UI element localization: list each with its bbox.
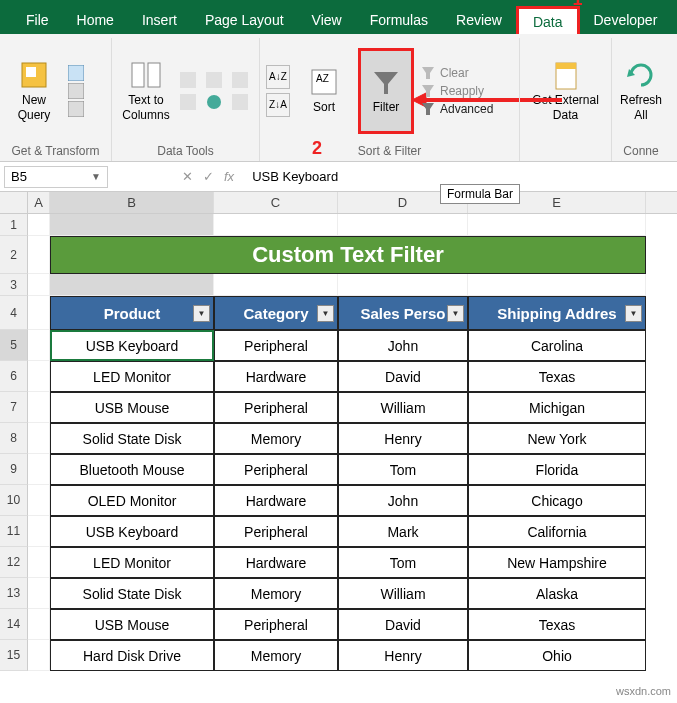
table-cell[interactable]: LED Monitor (50, 361, 214, 392)
title-cell[interactable]: Custom Text Filter (50, 236, 646, 274)
col-header-A[interactable]: A (28, 192, 50, 213)
row-header[interactable]: 8 (0, 423, 28, 454)
table-cell[interactable]: Peripheral (214, 392, 338, 423)
table-cell[interactable]: Texas (468, 361, 646, 392)
table-cell[interactable]: Chicago (468, 485, 646, 516)
tab-view[interactable]: View (298, 6, 356, 34)
filter-dropdown-icon[interactable]: ▼ (625, 305, 642, 322)
table-cell[interactable]: Bluetooth Mouse (50, 454, 214, 485)
advanced-filter-button[interactable]: Advanced (420, 101, 493, 117)
remove-dupes-icon[interactable] (206, 72, 222, 88)
table-cell[interactable]: Hardware (214, 361, 338, 392)
table-cell[interactable]: Peripheral (214, 330, 338, 361)
row-header[interactable]: 9 (0, 454, 28, 485)
table-cell[interactable]: Memory (214, 423, 338, 454)
show-queries-icon[interactable] (68, 65, 84, 81)
consolidate-icon[interactable] (180, 94, 196, 110)
filter-dropdown-icon[interactable]: ▼ (317, 305, 334, 322)
header-category[interactable]: Category▼ (214, 296, 338, 330)
table-cell[interactable]: John (338, 330, 468, 361)
tab-home[interactable]: Home (63, 6, 128, 34)
row-header[interactable]: 12 (0, 547, 28, 578)
recent-sources-icon[interactable] (68, 101, 84, 117)
table-cell[interactable]: Peripheral (214, 609, 338, 640)
clear-filter-button[interactable]: Clear (420, 65, 493, 81)
relationships-icon[interactable] (206, 94, 222, 110)
table-cell[interactable]: Michigan (468, 392, 646, 423)
sort-za-button[interactable]: Z↓A (266, 93, 290, 117)
enter-formula-icon[interactable]: ✓ (203, 169, 214, 184)
row-header[interactable]: 11 (0, 516, 28, 547)
table-cell[interactable]: USB Mouse (50, 609, 214, 640)
table-cell[interactable]: USB Keyboard (50, 516, 214, 547)
table-cell[interactable]: Memory (214, 640, 338, 671)
row-header[interactable]: 3 (0, 274, 28, 296)
table-cell[interactable]: William (338, 578, 468, 609)
table-cell[interactable]: USB Keyboard (50, 330, 214, 361)
table-cell[interactable]: David (338, 361, 468, 392)
tab-developer[interactable]: Developer (580, 6, 672, 34)
row-header[interactable]: 14 (0, 609, 28, 640)
text-to-columns-button[interactable]: Text to Columns (118, 48, 174, 134)
header-salesperson[interactable]: Sales Perso▼ (338, 296, 468, 330)
table-cell[interactable]: New York (468, 423, 646, 454)
table-cell[interactable]: OLED Monitor (50, 485, 214, 516)
row-header[interactable]: 4 (0, 296, 28, 330)
flash-fill-icon[interactable] (180, 72, 196, 88)
table-cell[interactable]: Hard Disk Drive (50, 640, 214, 671)
table-cell[interactable]: Hardware (214, 485, 338, 516)
filter-button[interactable]: Filter (358, 48, 414, 134)
reapply-filter-button[interactable]: Reapply (420, 83, 493, 99)
tab-insert[interactable]: Insert (128, 6, 191, 34)
col-header-C[interactable]: C (214, 192, 338, 213)
table-cell[interactable]: Florida (468, 454, 646, 485)
table-cell[interactable]: David (338, 609, 468, 640)
table-cell[interactable]: Peripheral (214, 454, 338, 485)
header-shipping[interactable]: Shipping Addres▼ (468, 296, 646, 330)
table-cell[interactable]: John (338, 485, 468, 516)
row-header[interactable]: 2 (0, 236, 28, 274)
table-cell[interactable]: Memory (214, 578, 338, 609)
header-product[interactable]: Product▼ (50, 296, 214, 330)
table-cell[interactable]: Henry (338, 423, 468, 454)
table-cell[interactable]: Henry (338, 640, 468, 671)
tab-data[interactable]: Data 1 (516, 6, 580, 34)
new-query-button[interactable]: New Query (6, 48, 62, 134)
row-header[interactable]: 5 (0, 330, 28, 361)
sort-az-button[interactable]: A↓Z (266, 65, 290, 89)
table-cell[interactable]: Solid State Disk (50, 578, 214, 609)
tab-formulas[interactable]: Formulas (356, 6, 442, 34)
row-header[interactable]: 13 (0, 578, 28, 609)
fx-icon[interactable]: fx (224, 169, 234, 184)
table-cell[interactable]: Solid State Disk (50, 423, 214, 454)
manage-model-icon[interactable] (232, 94, 248, 110)
table-cell[interactable]: William (338, 392, 468, 423)
tab-file[interactable]: File (12, 6, 63, 34)
data-validation-icon[interactable] (232, 72, 248, 88)
table-cell[interactable]: Carolina (468, 330, 646, 361)
col-header-B[interactable]: B (50, 192, 214, 213)
table-cell[interactable]: Ohio (468, 640, 646, 671)
table-cell[interactable]: LED Monitor (50, 547, 214, 578)
filter-dropdown-icon[interactable]: ▼ (193, 305, 210, 322)
table-cell[interactable]: Mark (338, 516, 468, 547)
table-cell[interactable]: Peripheral (214, 516, 338, 547)
table-cell[interactable]: Hardware (214, 547, 338, 578)
row-header[interactable]: 1 (0, 214, 28, 236)
table-cell[interactable]: Tom (338, 454, 468, 485)
from-table-icon[interactable] (68, 83, 84, 99)
filter-dropdown-icon[interactable]: ▼ (447, 305, 464, 322)
row-header[interactable]: 6 (0, 361, 28, 392)
table-cell[interactable]: USB Mouse (50, 392, 214, 423)
refresh-all-button[interactable]: Refresh All (618, 48, 664, 134)
row-header[interactable]: 10 (0, 485, 28, 516)
table-cell[interactable]: Alaska (468, 578, 646, 609)
table-cell[interactable]: New Hampshire (468, 547, 646, 578)
select-all-corner[interactable] (0, 192, 28, 213)
row-header[interactable]: 7 (0, 392, 28, 423)
name-box-dropdown-icon[interactable]: ▼ (91, 171, 101, 182)
cancel-formula-icon[interactable]: ✕ (182, 169, 193, 184)
name-box[interactable]: B5 ▼ (4, 166, 108, 188)
table-cell[interactable]: Texas (468, 609, 646, 640)
table-cell[interactable]: California (468, 516, 646, 547)
